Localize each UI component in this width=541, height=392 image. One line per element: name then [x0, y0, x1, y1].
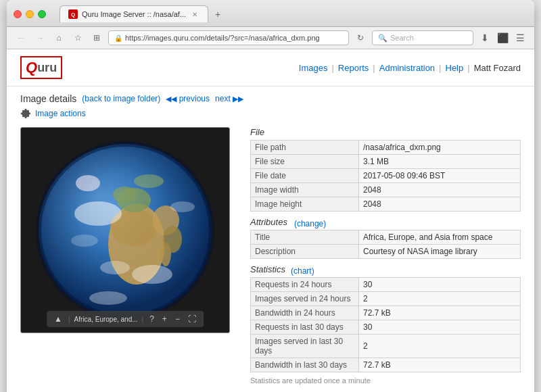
- row-value: 2017-05-08 09:46 BST: [359, 169, 521, 183]
- bookmark-button[interactable]: ☆: [70, 30, 85, 45]
- row-value: 30: [359, 278, 521, 292]
- table-row: Images served in last 30 days2: [251, 335, 521, 358]
- image-container: ▲ | Africa, Europe, and... | ? + − ⛶: [20, 127, 230, 333]
- nav-user: Matt Fozard: [474, 63, 521, 73]
- page-title-row: Image details (back to image folder) ◀◀ …: [20, 93, 521, 104]
- row-value: 72.7 kB: [359, 306, 521, 320]
- title-bar: Q Quru Image Server :: /nasa/af... ✕ +: [7, 0, 534, 27]
- new-tab-button[interactable]: +: [210, 6, 226, 22]
- table-row: File path/nasa/africa_dxm.png: [251, 141, 521, 155]
- chart-link[interactable]: (chart): [291, 266, 314, 276]
- close-button[interactable]: [14, 10, 22, 18]
- row-label: File size: [251, 155, 359, 169]
- page-body: Image details (back to image folder) ◀◀ …: [7, 87, 534, 392]
- fullscreen-button[interactable]: ⛶: [186, 314, 198, 324]
- row-value: 30: [359, 320, 521, 335]
- help-button[interactable]: ?: [147, 314, 156, 324]
- table-row: Bandwidth in 24 hours72.7 kB: [251, 306, 521, 320]
- table-row: Images served in 24 hours2: [251, 292, 521, 306]
- url-bar[interactable]: 🔒 https://images.quru.com/details/?src=/…: [108, 30, 349, 45]
- image-actions-link[interactable]: Image actions: [35, 109, 86, 118]
- earth-svg: [34, 139, 216, 322]
- search-placeholder: Search: [390, 34, 414, 42]
- row-value: Africa, Europe, and Asia from space: [359, 230, 521, 245]
- row-label: Image height: [251, 197, 359, 212]
- row-value: /nasa/africa_dxm.png: [359, 141, 521, 155]
- row-label: Title: [251, 230, 359, 245]
- info-panel: File File path/nasa/africa_dxm.pngFile s…: [250, 127, 521, 385]
- image-caption: Africa, Europe, and...: [74, 316, 138, 323]
- statistics-info-table: Requests in 24 hours30Images served in 2…: [250, 277, 521, 372]
- prev-nav[interactable]: ◀◀ previous: [166, 94, 210, 103]
- attributes-info-table: TitleAfrica, Europe, and Asia from space…: [250, 230, 521, 259]
- row-label: Image width: [251, 183, 359, 197]
- table-row: File date2017-05-08 09:46 BST: [251, 169, 521, 183]
- statistics-section-title: Statistics: [250, 264, 285, 274]
- table-row: Bandwidth in last 30 days72.7 kB: [251, 358, 521, 372]
- share-icon[interactable]: ⬛: [495, 30, 510, 45]
- address-bar: ← → ⌂ ☆ ⊞ 🔒 https://images.quru.com/deta…: [7, 27, 534, 49]
- image-panel: ▲ | Africa, Europe, and... | ? + − ⛶: [20, 127, 237, 385]
- zoom-out-button[interactable]: −: [173, 314, 182, 324]
- table-row: Image height2048: [251, 197, 521, 212]
- row-label: Description: [251, 245, 359, 259]
- maximize-button[interactable]: [38, 10, 46, 18]
- back-to-folder-link[interactable]: (back to image folder): [82, 94, 160, 103]
- active-tab[interactable]: Q Quru Image Server :: /nasa/af... ✕: [60, 5, 208, 22]
- logo-q: Q: [26, 59, 37, 76]
- attributes-section-title: Attributes: [250, 217, 287, 227]
- search-bar[interactable]: 🔍 Search: [372, 30, 473, 45]
- image-toolbar: ▲ | Africa, Europe, and... | ? + − ⛶: [47, 311, 204, 327]
- tab-bar: Q Quru Image Server :: /nasa/af... ✕ +: [60, 5, 527, 22]
- row-value: 2: [359, 335, 521, 358]
- row-label: File date: [251, 169, 359, 183]
- page-title: Image details: [20, 93, 76, 104]
- content-area: ▲ | Africa, Europe, and... | ? + − ⛶: [20, 127, 521, 385]
- minimize-button[interactable]: [26, 10, 34, 18]
- table-row: TitleAfrica, Europe, and Asia from space: [251, 230, 521, 245]
- browser-window: Q Quru Image Server :: /nasa/af... ✕ + ←…: [7, 0, 534, 392]
- traffic-lights: [14, 10, 46, 18]
- table-row: Image width2048: [251, 183, 521, 197]
- reload-button[interactable]: ↻: [353, 30, 368, 45]
- download-icon[interactable]: ⬇: [477, 30, 492, 45]
- scroll-up-button[interactable]: ▲: [52, 314, 64, 324]
- reader-button[interactable]: ⊞: [89, 30, 104, 45]
- back-button[interactable]: ←: [14, 30, 28, 45]
- toolbar-icons: ⬇ ⬛ ☰: [477, 30, 527, 45]
- row-value: 2: [359, 292, 521, 306]
- app-logo[interactable]: Q uru: [20, 56, 62, 79]
- row-label: Requests in last 30 days: [251, 320, 359, 335]
- page-content: Q uru Images | Reports | Administration …: [7, 49, 534, 392]
- nav-images[interactable]: Images: [299, 63, 328, 73]
- table-row: DescriptionCourtesy of NASA image librar…: [251, 245, 521, 259]
- table-row: Requests in 24 hours30: [251, 278, 521, 292]
- row-label: Requests in 24 hours: [251, 278, 359, 292]
- next-nav[interactable]: next ▶▶: [215, 94, 243, 103]
- file-section-title: File: [250, 127, 521, 137]
- nav-help[interactable]: Help: [446, 63, 464, 73]
- nav-reports[interactable]: Reports: [338, 63, 369, 73]
- tab-close-button[interactable]: ✕: [190, 9, 199, 19]
- file-info-table: File path/nasa/africa_dxm.pngFile size3.…: [250, 140, 521, 212]
- forward-button[interactable]: →: [32, 30, 47, 45]
- row-label: Images served in last 30 days: [251, 335, 359, 358]
- menu-icon[interactable]: ☰: [513, 30, 527, 45]
- next-label: next: [215, 94, 231, 103]
- row-label: File path: [251, 141, 359, 155]
- zoom-in-button[interactable]: +: [160, 314, 169, 324]
- tab-label: Quru Image Server :: /nasa/af...: [82, 10, 186, 18]
- logo-uru: uru: [37, 61, 57, 75]
- row-value: 2048: [359, 183, 521, 197]
- row-value: 72.7 kB: [359, 358, 521, 372]
- stats-note: Statistics are updated once a minute: [250, 376, 521, 385]
- change-attributes-link[interactable]: (change): [294, 219, 326, 228]
- nav-administration[interactable]: Administration: [379, 63, 435, 73]
- table-row: Requests in last 30 days30: [251, 320, 521, 335]
- row-value: 3.1 MB: [359, 155, 521, 169]
- row-label: Bandwidth in 24 hours: [251, 306, 359, 320]
- home-button[interactable]: ⌂: [51, 30, 66, 45]
- earth-image: [21, 128, 229, 333]
- gear-icon: [20, 108, 31, 119]
- row-label: Images served in 24 hours: [251, 292, 359, 306]
